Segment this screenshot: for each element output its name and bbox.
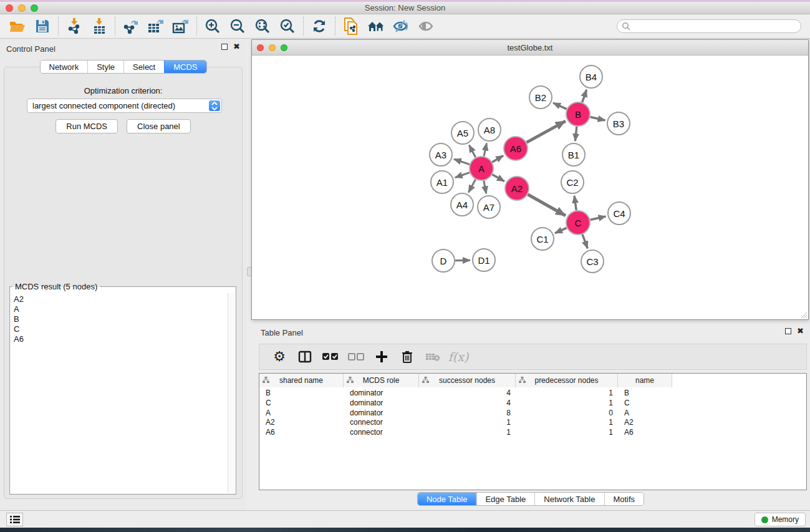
graph-node-A2[interactable]: A2 [504, 176, 529, 201]
search-field[interactable] [617, 19, 801, 33]
export-network-button[interactable] [118, 16, 143, 37]
graph-edge[interactable] [582, 90, 587, 102]
tab-network-table[interactable]: Network Table [534, 493, 604, 505]
network-graph-canvas[interactable]: B4B2BB3A8A5A6A3B1AA1C2A2A4A7C4CC1C3DD1 [252, 56, 808, 319]
tab-motifs[interactable]: Motifs [604, 493, 644, 505]
result-item[interactable]: C [11, 324, 227, 334]
graph-edge[interactable] [528, 195, 566, 216]
graph-edge[interactable] [555, 228, 567, 233]
tab-mcds[interactable]: MCDS [164, 60, 206, 73]
graph-edge[interactable] [484, 181, 486, 194]
zoom-out-button[interactable] [225, 16, 250, 37]
task-history-button[interactable] [6, 513, 23, 526]
graph-edge[interactable] [469, 145, 475, 157]
graph-edge[interactable] [527, 121, 566, 142]
close-table-panel-icon[interactable]: ✖ [797, 328, 804, 334]
result-item[interactable]: B [11, 314, 227, 324]
refresh-button[interactable] [307, 16, 332, 37]
graph-node-C3[interactable]: C3 [581, 249, 604, 273]
graph-node-A3[interactable]: A3 [429, 143, 453, 167]
graph-edge[interactable] [455, 173, 470, 178]
graph-edge[interactable] [582, 235, 587, 249]
graph-node-A[interactable]: A [469, 156, 494, 181]
result-scrollbar[interactable] [228, 293, 234, 493]
show-all-button[interactable] [413, 16, 438, 37]
graph-edge[interactable] [492, 175, 504, 181]
column-header-shared-name[interactable]: shared name [259, 374, 344, 387]
graph-edge[interactable] [590, 117, 605, 120]
graph-node-C[interactable]: C [566, 210, 591, 235]
export-image-button[interactable] [168, 16, 193, 37]
function-builder-button[interactable]: f(x) [448, 347, 468, 367]
add-column-button[interactable] [372, 347, 392, 367]
show-column-panel-button[interactable] [295, 347, 315, 367]
zoom-in-button[interactable] [200, 16, 225, 37]
float-table-panel-icon[interactable] [785, 328, 791, 334]
mcds-result-list[interactable]: A2ABCA6 [11, 294, 227, 493]
table-row[interactable]: Cdominator41C [259, 398, 672, 408]
first-neighbors-button[interactable] [364, 16, 388, 37]
tab-style[interactable]: Style [87, 60, 123, 73]
column-header-predecessor-nodes[interactable]: predecessor nodes [516, 374, 618, 387]
network-window-titlebar[interactable]: testGlobe.txt [252, 40, 808, 56]
graph-edge[interactable] [591, 216, 606, 220]
graph-node-B2[interactable]: B2 [529, 85, 552, 109]
graph-edge[interactable] [553, 103, 567, 109]
export-table-button[interactable] [143, 16, 168, 37]
result-item[interactable]: A6 [11, 334, 227, 344]
save-session-button[interactable] [30, 16, 55, 37]
hide-selected-button[interactable] [388, 16, 413, 37]
graph-node-C4[interactable]: C4 [607, 201, 631, 225]
column-header-name[interactable]: name [618, 374, 672, 387]
graph-node-A1[interactable]: A1 [430, 170, 454, 194]
tab-edge-table[interactable]: Edge Table [476, 493, 534, 505]
graph-edge[interactable] [468, 180, 475, 193]
deselect-all-columns-button[interactable] [346, 347, 366, 367]
resize-grip-icon[interactable] [800, 311, 808, 319]
float-panel-icon[interactable] [221, 44, 228, 50]
column-header-successor-nodes[interactable]: successor nodes [419, 374, 516, 387]
criterion-dropdown[interactable]: largest connected component (directed) [27, 99, 222, 113]
column-header-MCDS-role[interactable]: MCDS role [344, 374, 419, 387]
graph-node-A6[interactable]: A6 [503, 136, 528, 161]
node-table[interactable]: shared nameMCDS rolesuccessor nodesprede… [259, 373, 807, 490]
graph-edge[interactable] [575, 127, 577, 141]
tab-node-table[interactable]: Node Table [418, 493, 476, 505]
run-mcds-button[interactable]: Run MCDS [55, 119, 118, 133]
select-all-columns-button[interactable] [321, 347, 340, 367]
graph-node-B[interactable]: B [566, 102, 591, 127]
graph-node-B1[interactable]: B1 [562, 143, 586, 167]
result-item[interactable]: A [11, 304, 227, 314]
import-table-button[interactable] [87, 16, 112, 37]
zoom-selected-button[interactable] [275, 16, 300, 37]
table-row[interactable]: Bdominator41B [259, 388, 672, 398]
graph-node-A8[interactable]: A8 [478, 118, 501, 142]
open-session-button[interactable] [5, 16, 30, 37]
graph-node-B3[interactable]: B3 [607, 112, 630, 135]
graph-node-C1[interactable]: C1 [531, 227, 554, 251]
graph-node-D1[interactable]: D1 [472, 248, 496, 272]
memory-button[interactable]: Memory [755, 513, 806, 526]
close-panel-icon[interactable]: ✖ [233, 44, 240, 50]
graph-edge[interactable] [492, 156, 503, 162]
search-input[interactable] [630, 22, 801, 31]
result-item[interactable]: A2 [11, 294, 227, 304]
graph-edge[interactable] [454, 159, 470, 165]
graph-edge[interactable] [574, 196, 576, 210]
table-row[interactable]: Adominator80A [259, 408, 672, 418]
close-panel-button[interactable]: Close panel [127, 119, 191, 133]
graph-node-B4[interactable]: B4 [579, 65, 603, 89]
graph-node-A5[interactable]: A5 [451, 121, 475, 145]
delete-table-button[interactable] [423, 347, 443, 367]
graph-node-D[interactable]: D [432, 249, 455, 273]
table-row[interactable]: A2connector11A2 [259, 417, 672, 427]
table-settings-button[interactable]: ⚙ [269, 347, 289, 367]
delete-column-button[interactable] [397, 347, 417, 367]
tab-network[interactable]: Network [40, 60, 87, 73]
graph-edge[interactable] [484, 143, 486, 157]
graph-node-C2[interactable]: C2 [561, 170, 584, 194]
zoom-fit-button[interactable] [250, 16, 275, 37]
graph-node-A4[interactable]: A4 [450, 193, 474, 216]
import-network-button[interactable] [62, 16, 87, 37]
table-row[interactable]: A6connector11A6 [259, 427, 672, 437]
